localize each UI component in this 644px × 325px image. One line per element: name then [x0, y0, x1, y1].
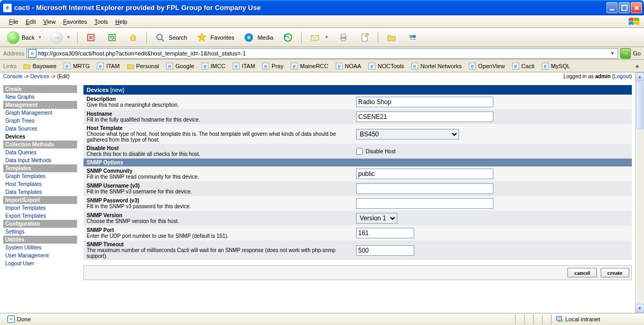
address-input[interactable]: e http://goxsa309/cacti/host.php?action=…	[26, 48, 618, 59]
sidebar-item-data-queries[interactable]: Data Queries	[3, 148, 77, 156]
link-mainercc[interactable]: eMaineRCC	[287, 61, 331, 71]
ie-icon: e	[201, 62, 209, 70]
link-personal[interactable]: Personal	[124, 61, 162, 71]
favorites-button[interactable]: Favorites	[192, 30, 238, 45]
disable-host-checkbox[interactable]: Disable Host	[356, 148, 396, 155]
statusbar: eDone Local intranet	[0, 313, 644, 324]
hostname-input[interactable]	[356, 112, 493, 122]
snmp-password-v3--input[interactable]	[356, 198, 493, 209]
sidebar: CreateNew GraphsManagementGraph Manageme…	[3, 85, 77, 280]
sidebar-item-settings[interactable]: Settings	[3, 228, 77, 236]
sidebar-item-system-utilities[interactable]: System Utilities	[3, 244, 77, 252]
messenger-button[interactable]	[403, 30, 423, 45]
sidebar-item-host-templates[interactable]: Host Templates	[3, 180, 77, 188]
address-dropdown[interactable]: ▼	[608, 51, 617, 56]
sidebar-item-graph-templates[interactable]: Graph Templates	[3, 172, 77, 180]
history-button[interactable]	[278, 30, 298, 45]
menu-file[interactable]: File	[5, 17, 22, 26]
svg-rect-12	[341, 34, 346, 37]
menu-help[interactable]: Help	[111, 17, 131, 26]
media-label: Media	[257, 34, 273, 41]
field-description: Choose the SNMP version for this host.	[87, 218, 179, 224]
sidebar-item-import-templates[interactable]: Import Templates	[3, 204, 77, 212]
menu-edit[interactable]: Edit	[22, 17, 40, 26]
links-overflow[interactable]: »	[633, 63, 641, 69]
forward-icon: →	[50, 31, 63, 44]
sidebar-item-graph-trees[interactable]: Graph Trees	[3, 117, 77, 125]
link-bayowee[interactable]: Bayowee	[20, 61, 59, 71]
address-url: http://goxsa309/cacti/host.php?action=ed…	[38, 50, 608, 57]
search-button[interactable]: Search	[150, 30, 191, 45]
media-button[interactable]: Media	[239, 30, 277, 45]
edit-button[interactable]	[354, 30, 375, 45]
home-icon	[127, 31, 139, 44]
link-label: ITAM	[106, 63, 119, 69]
close-button[interactable]	[631, 2, 642, 13]
description-input[interactable]	[356, 97, 493, 107]
sidebar-header-configuration: Configuration	[3, 220, 77, 228]
link-mysql[interactable]: eMySQL	[538, 61, 573, 71]
sidebar-item-user-management[interactable]: User Management	[3, 252, 77, 259]
link-nortel-networks[interactable]: eNortel Networks	[408, 61, 464, 71]
minimize-button[interactable]	[606, 2, 618, 13]
crumb-console[interactable]: Console	[3, 73, 23, 79]
field-description: Fill in the SNMP v3 username for this de…	[87, 189, 192, 194]
chevron-down-icon: ▼	[324, 35, 329, 40]
scroll-up-button[interactable]: ▲	[636, 72, 644, 81]
sidebar-item-graph-management[interactable]: Graph Management	[3, 109, 77, 117]
discuss-button[interactable]	[381, 30, 402, 45]
menu-favorites[interactable]: Favorites	[59, 17, 90, 26]
menu-tools[interactable]: Tools	[91, 17, 112, 26]
link-cacti[interactable]: eCacti	[509, 61, 537, 71]
form-row-snmp-community: SNMP CommunityFill in the SNMP read comm…	[83, 166, 632, 181]
snmp-community-input[interactable]	[356, 169, 493, 179]
link-imcc[interactable]: eIMCC	[198, 61, 228, 71]
sidebar-item-export-templates[interactable]: Export Templates	[3, 212, 77, 220]
link-itam[interactable]: eITAM	[94, 61, 122, 71]
checkbox-label: Disable Host	[366, 148, 396, 154]
scroll-down-button[interactable]: ▼	[636, 304, 644, 313]
crumb-devices[interactable]: Devices	[30, 73, 49, 79]
link-google[interactable]: eGoogle	[163, 61, 197, 71]
menu-view[interactable]: View	[40, 17, 60, 26]
logout-link[interactable]: Logout	[614, 73, 630, 79]
snmp-username-v3--input[interactable]	[356, 183, 493, 194]
snmp-port-input[interactable]	[356, 228, 414, 238]
link-pray[interactable]: ePray	[259, 61, 286, 71]
link-noctools[interactable]: eNOCTools	[365, 61, 407, 71]
scroll-thumb[interactable]	[636, 82, 643, 129]
sidebar-item-data-templates[interactable]: Data Templates	[3, 188, 77, 196]
sidebar-item-new-graphs[interactable]: New Graphs	[3, 93, 77, 101]
link-mrtg[interactable]: eMRTG	[60, 61, 92, 71]
go-button[interactable]: →	[620, 48, 631, 59]
address-bar: Address e http://goxsa309/cacti/host.php…	[0, 47, 644, 60]
sidebar-item-data-sources[interactable]: Data Sources	[3, 125, 77, 133]
sidebar-item-devices[interactable]: Devices	[3, 133, 77, 141]
snmp-timeout-input[interactable]	[356, 245, 414, 256]
vertical-scrollbar[interactable]: ▲ ▼	[635, 72, 644, 313]
ie-icon: e	[63, 62, 71, 70]
disable-host-input[interactable]	[356, 148, 363, 155]
sidebar-item-logout-user[interactable]: Logout User	[3, 259, 77, 267]
svg-text:e: e	[413, 63, 416, 69]
home-button[interactable]	[123, 30, 143, 45]
link-itam[interactable]: eITAM	[229, 61, 258, 71]
print-button[interactable]	[333, 30, 353, 45]
breadcrumb: Console -> Devices -> (Edit) Logged in a…	[0, 72, 635, 82]
forward-button[interactable]: → ▼	[46, 30, 74, 45]
mail-button[interactable]: ▼	[305, 30, 332, 45]
stop-button[interactable]	[81, 30, 101, 45]
create-button[interactable]: create	[601, 268, 630, 277]
host-template-select[interactable]: BS450	[356, 129, 459, 140]
svg-text:e: e	[544, 63, 547, 69]
go-label: Go	[633, 50, 641, 57]
address-label: Address	[3, 50, 24, 57]
link-noaa[interactable]: eNOAA	[332, 61, 364, 71]
back-button[interactable]: ← Back ▼	[3, 30, 45, 45]
sidebar-item-data-input-methods[interactable]: Data Input Methods	[3, 156, 77, 164]
snmp-version-select[interactable]: Version 1	[356, 213, 397, 224]
refresh-button[interactable]	[102, 30, 122, 45]
link-openview[interactable]: eOpenView	[465, 61, 508, 71]
cancel-button[interactable]: cancel	[567, 268, 596, 277]
maximize-button[interactable]	[619, 2, 630, 13]
